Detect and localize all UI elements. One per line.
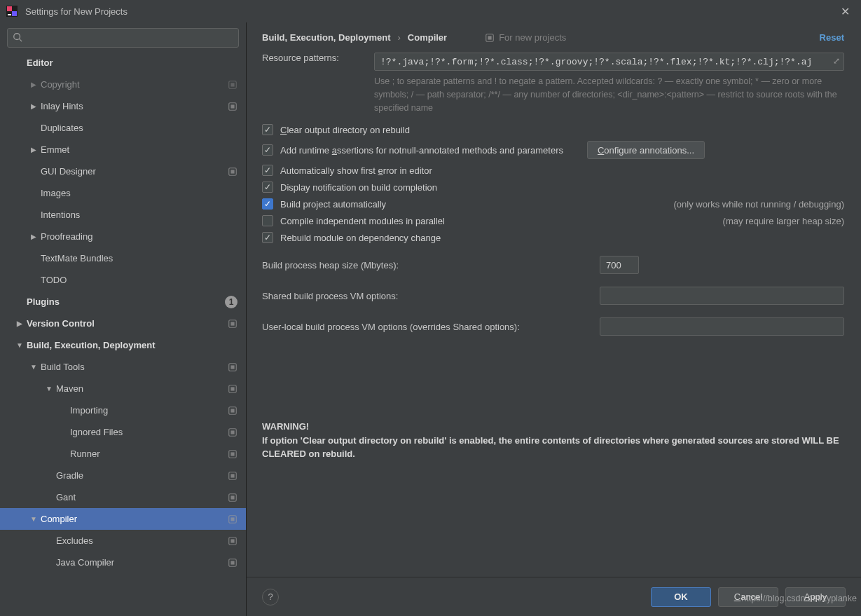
configure-annotations-button[interactable]: Configure annotations...: [587, 141, 705, 159]
local-vm-input[interactable]: [600, 317, 844, 336]
resource-patterns-input[interactable]: [374, 53, 844, 71]
svg-rect-21: [230, 430, 234, 434]
tree-item-build-execution-deployment[interactable]: ▼Build, Execution, Deployment: [0, 334, 246, 356]
project-scope-icon: [228, 471, 237, 481]
tree-arrow-icon: ▶: [29, 146, 38, 153]
tree-item-label: Importing: [70, 405, 222, 416]
tree-item-inlay-hints[interactable]: ▶Inlay Hints: [0, 95, 246, 117]
clear-output-checkbox[interactable]: [262, 124, 273, 135]
project-scope-icon: [228, 493, 237, 502]
tree-item-emmet[interactable]: ▶Emmet: [0, 139, 246, 160]
tree-item-images[interactable]: Images: [0, 182, 246, 204]
auto-show-error-label: Automatically show first error in editor: [280, 165, 432, 176]
svg-rect-23: [230, 452, 234, 456]
heap-size-input[interactable]: [600, 256, 639, 274]
tree-arrow-icon: ▶: [29, 102, 38, 110]
rebuild-dep-checkbox[interactable]: [262, 232, 273, 243]
tree-item-label: Inlay Hints: [41, 101, 222, 111]
tree-item-plugins[interactable]: Plugins1: [0, 291, 246, 313]
parallel-compile-label: Compile independent modules in parallel: [280, 216, 445, 226]
tree-item-textmate-bundles[interactable]: TextMate Bundles: [0, 247, 246, 269]
tree-item-label: Java Compiler: [56, 557, 222, 568]
tree-item-importing[interactable]: Importing: [0, 399, 246, 421]
scope-icon: [485, 33, 495, 43]
search-input[interactable]: [7, 28, 239, 48]
warning-title: WARNING!: [262, 420, 844, 434]
tree-item-label: Images: [41, 188, 237, 198]
tree-item-excludes[interactable]: Excludes: [0, 530, 246, 552]
tree-item-gui-designer[interactable]: GUI Designer: [0, 160, 246, 182]
tree-item-copyright[interactable]: ▶Copyright: [0, 74, 246, 95]
project-scope-icon: [228, 384, 237, 394]
svg-rect-3: [8, 14, 11, 15]
autobuild-label: Build project automatically: [280, 199, 386, 210]
runtime-assertions-checkbox[interactable]: [262, 144, 273, 156]
tree-item-runner[interactable]: Runner: [0, 443, 246, 465]
ok-button[interactable]: OK: [651, 587, 711, 607]
settings-tree[interactable]: Editor▶Copyright▶Inlay HintsDuplicates▶E…: [0, 52, 246, 616]
tree-item-label: Plugins: [27, 296, 225, 307]
tree-item-maven[interactable]: ▼Maven: [0, 378, 246, 399]
reset-link[interactable]: Reset: [820, 32, 844, 43]
project-scope-icon: [228, 319, 237, 329]
shared-vm-input[interactable]: [600, 287, 844, 305]
tree-item-build-tools[interactable]: ▼Build Tools: [0, 356, 246, 378]
tree-item-label: Proofreading: [41, 231, 237, 242]
tree-item-version-control[interactable]: ▶Version Control: [0, 313, 246, 334]
project-scope-icon: [228, 406, 237, 416]
tree-item-ignored-files[interactable]: Ignored Files: [0, 421, 246, 443]
project-scope-icon: [228, 167, 237, 177]
search-icon: [13, 32, 22, 44]
tree-item-compiler[interactable]: ▼Compiler: [0, 508, 246, 530]
autobuild-hint: (only works while not running / debuggin…: [673, 199, 844, 210]
svg-rect-35: [488, 36, 492, 39]
clear-output-label: Clear output directory on rebuild: [280, 125, 410, 135]
tree-arrow-icon: ▼: [15, 341, 24, 349]
rebuild-dep-label: Rebuild module on dependency change: [280, 233, 441, 243]
tree-arrow-icon: ▼: [45, 385, 53, 392]
warning-block: WARNING! If option 'Clear output directo…: [262, 420, 844, 461]
parallel-compile-checkbox[interactable]: [262, 215, 273, 226]
svg-rect-27: [230, 495, 234, 499]
tree-item-java-compiler[interactable]: Java Compiler: [0, 552, 246, 573]
tree-item-intentions[interactable]: Intentions: [0, 204, 246, 226]
expand-icon[interactable]: ⤢: [833, 56, 840, 66]
tree-item-label: Version Control: [27, 318, 222, 329]
tree-item-gant[interactable]: Gant: [0, 486, 246, 508]
tree-item-label: Copyright: [41, 79, 222, 90]
project-scope-icon: [228, 449, 237, 459]
tree-item-label: TextMate Bundles: [41, 253, 237, 263]
project-scope-icon: [228, 558, 237, 568]
svg-rect-19: [230, 409, 234, 412]
svg-rect-29: [230, 517, 234, 521]
breadcrumb-leaf: Compiler: [408, 32, 447, 43]
project-scope-icon: [228, 514, 237, 524]
auto-show-error-checkbox[interactable]: [262, 165, 273, 176]
autobuild-checkbox[interactable]: [262, 198, 273, 210]
help-button[interactable]: ?: [262, 589, 279, 605]
breadcrumb-root[interactable]: Build, Execution, Deployment: [262, 32, 390, 43]
local-vm-label: User-local build process VM options (ove…: [262, 322, 591, 332]
project-scope-icon: [228, 536, 237, 546]
tree-item-label: Intentions: [41, 210, 237, 220]
tree-item-proofreading[interactable]: ▶Proofreading: [0, 226, 246, 247]
window-title: Settings for New Projects: [25, 6, 836, 17]
tree-item-editor[interactable]: Editor: [0, 52, 246, 74]
tree-item-todo[interactable]: TODO: [0, 269, 246, 291]
tree-arrow-icon: ▼: [29, 363, 38, 371]
build-notification-checkbox[interactable]: [262, 182, 273, 193]
scope-indicator: For new projects: [485, 32, 566, 43]
tree-item-label: Ignored Files: [70, 427, 222, 437]
tree-item-gradle[interactable]: Gradle: [0, 465, 246, 486]
close-icon[interactable]: ✕: [836, 4, 854, 20]
tree-arrow-icon: ▼: [29, 515, 38, 523]
intellij-app-icon: [6, 5, 18, 18]
resource-patterns-help: Use ; to separate patterns and ! to nega…: [374, 75, 844, 114]
svg-rect-17: [230, 387, 234, 390]
tree-item-duplicates[interactable]: Duplicates: [0, 117, 246, 139]
settings-content: Resource patterns: ⤢ Use ; to separate p…: [247, 48, 861, 577]
svg-point-4: [14, 34, 20, 40]
sidebar-search: [7, 28, 239, 48]
tree-item-label: Compiler: [41, 514, 222, 524]
svg-rect-25: [230, 474, 234, 477]
